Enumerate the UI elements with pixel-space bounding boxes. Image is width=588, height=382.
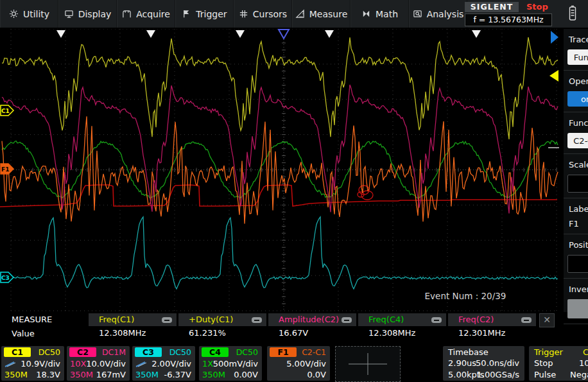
search-event-marker xyxy=(325,30,334,38)
remove-measure-button[interactable] xyxy=(162,317,172,323)
menu-display[interactable]: Display xyxy=(58,0,117,28)
operation-toggle-button[interactable]: on xyxy=(567,91,588,107)
remove-measure-button[interactable] xyxy=(521,317,532,323)
flag-icon xyxy=(182,9,191,19)
remove-measure-button[interactable] xyxy=(252,317,262,323)
search-event-marker xyxy=(472,30,481,38)
measure-cell-1: Freq(C1) xyxy=(89,313,177,326)
measure-label: Freq(C1) xyxy=(99,315,134,324)
channel-box-c2[interactable]: C2 DC1M 10X 10.0V/div 350M 167mV xyxy=(67,346,130,381)
measure-cell-5: Freq(C2) xyxy=(448,313,536,326)
offset-value: -6.37V xyxy=(164,370,191,379)
menu-label: Utility xyxy=(23,9,49,19)
invert-toggle[interactable] xyxy=(567,299,588,318)
measure-label: Freq(C4) xyxy=(368,315,404,324)
trigger-box[interactable]: Trigger C1 Stop 10 Pulse Negat xyxy=(529,346,588,381)
add-channel-placeholder[interactable] xyxy=(335,346,401,382)
vdiv-value: 2.00V/div xyxy=(151,359,191,369)
position-value-box[interactable] xyxy=(567,255,588,273)
search-event-marker xyxy=(236,30,245,38)
vdiv-value: 5.00V/div xyxy=(286,359,326,369)
measure-label: +Duty(C1) xyxy=(189,315,233,324)
trigger-type: Pulse xyxy=(534,370,556,379)
measure-value-text: 12.308MHz xyxy=(368,328,415,338)
bandwidth-label: 350M xyxy=(135,370,159,379)
menu-measure[interactable]: Measure xyxy=(292,0,350,28)
trigger-level: 10 xyxy=(579,358,588,368)
position-label: Position xyxy=(569,240,588,250)
offset-value: 18.3V xyxy=(36,370,60,379)
timebase-scale: 50.0ns/div xyxy=(476,358,519,368)
waveform-area: C1F1C3 Event Num : 20/39 xyxy=(0,29,560,312)
trace-label: Trace xyxy=(569,35,588,44)
top-menu-bar: Utility Display Acquire Trigger Cursors … xyxy=(0,0,588,29)
brand-block: SIGLENT Stop f = 13.56763MHz xyxy=(463,0,553,28)
menu-label: Display xyxy=(78,9,112,19)
menu-acquire[interactable]: Acquire xyxy=(117,0,175,28)
trace-select-button[interactable]: Func1 xyxy=(567,49,588,65)
measure-value-3: 16.67V xyxy=(268,328,356,338)
section-label: Label F1 xyxy=(564,198,588,234)
timebase-box[interactable]: Timebase 2.90us 50.0ns/div 5.00kpts 1.00… xyxy=(443,346,524,381)
menu-cursors[interactable]: Cursors xyxy=(234,0,292,28)
menu-math[interactable]: Math xyxy=(350,0,409,28)
section-trace: Trace Func1 xyxy=(564,29,588,71)
trigger-title: Trigger xyxy=(534,347,563,357)
search-event-marker xyxy=(146,30,155,38)
section-operation: Operation on xyxy=(564,71,588,112)
waveform-mini-icon xyxy=(4,360,17,368)
measure-cell-4: Freq(C4) xyxy=(358,313,446,326)
channel-box-c4[interactable]: C4 DC50 1X 500mV/div 350M 0.00V xyxy=(199,346,262,381)
function-label: Function xyxy=(569,118,588,128)
math-settings-panel: Trace Func1 Operation on Function C2-C1 … xyxy=(564,29,588,312)
channel-box-c3[interactable]: C3 DC50 2.00V/div 350M -6.37V xyxy=(132,346,195,381)
measure-cell-3: Amplitude(C2) xyxy=(268,313,356,326)
bottom-status-bar: C1 DC50 10.9V/div 350M 18.3V C2 DC1M 10X… xyxy=(0,345,588,382)
measure-cell-2: +Duty(C1) xyxy=(178,313,266,326)
close-measure-button[interactable]: ✕ xyxy=(539,313,555,327)
siglent-logo: SIGLENT xyxy=(465,2,519,12)
measure-value-1: 12.308MHz xyxy=(89,328,177,338)
math-icon xyxy=(361,9,371,19)
trigger-source: C1 xyxy=(583,347,588,357)
probe-label: 10X xyxy=(70,359,86,369)
timebase-title: Timebase xyxy=(448,347,489,357)
menu-analysis[interactable]: Analysis xyxy=(409,0,467,28)
remove-measure-button[interactable] xyxy=(342,317,352,323)
gear-icon xyxy=(9,9,19,19)
remove-measure-button[interactable] xyxy=(431,317,442,323)
menu-label: Analysis xyxy=(427,9,464,19)
function-select-button[interactable]: C2-C1 xyxy=(567,133,588,148)
trigger-slope: Negat xyxy=(570,370,588,379)
trace-c2 xyxy=(2,85,558,214)
measure-bar: MEASURE Value Freq(C1) 12.308MHz +Duty(C… xyxy=(0,313,560,342)
measure-title: MEASURE xyxy=(12,315,52,324)
channel-tab: F1 xyxy=(270,347,297,357)
vdiv-value: 10.9V/div xyxy=(21,359,60,369)
channel-tab: C4 xyxy=(202,347,229,357)
coupling-label: DC50 xyxy=(169,347,191,357)
menu-trigger[interactable]: Trigger xyxy=(175,0,234,28)
channel-box-c1[interactable]: C1 DC50 10.9V/div 350M 18.3V xyxy=(1,346,64,381)
label-value[interactable]: F1 xyxy=(569,219,588,229)
menu-utility[interactable]: Utility xyxy=(0,0,58,28)
menu-label: Math xyxy=(376,9,398,19)
pan-right-arrow[interactable] xyxy=(551,31,558,44)
timebase-samplerate: 1.00GSa/s xyxy=(477,370,519,379)
menu-label: Acquire xyxy=(136,9,170,19)
measure-value-5: 12.301MHz xyxy=(448,328,536,338)
channel-tab: C2 xyxy=(69,347,96,357)
channel-tab: C1 xyxy=(4,347,31,357)
battery-icon[interactable] xyxy=(567,5,578,22)
coupling-label: DC50 xyxy=(39,347,60,357)
trace-c4 xyxy=(2,141,558,198)
offset-value: 0.0V xyxy=(307,370,326,379)
measure-label: Freq(C2) xyxy=(458,315,494,324)
math-box-f1[interactable]: F1 C2-C1 5.00V/div 0.0V xyxy=(267,346,330,381)
trigger-position-marker[interactable] xyxy=(279,30,289,39)
label-label: Label xyxy=(569,204,588,214)
operation-label: Operation xyxy=(569,76,588,86)
channel-tab: C3 xyxy=(135,347,162,357)
trigger-level-marker[interactable] xyxy=(549,70,558,82)
scale-value-box[interactable] xyxy=(567,175,588,193)
